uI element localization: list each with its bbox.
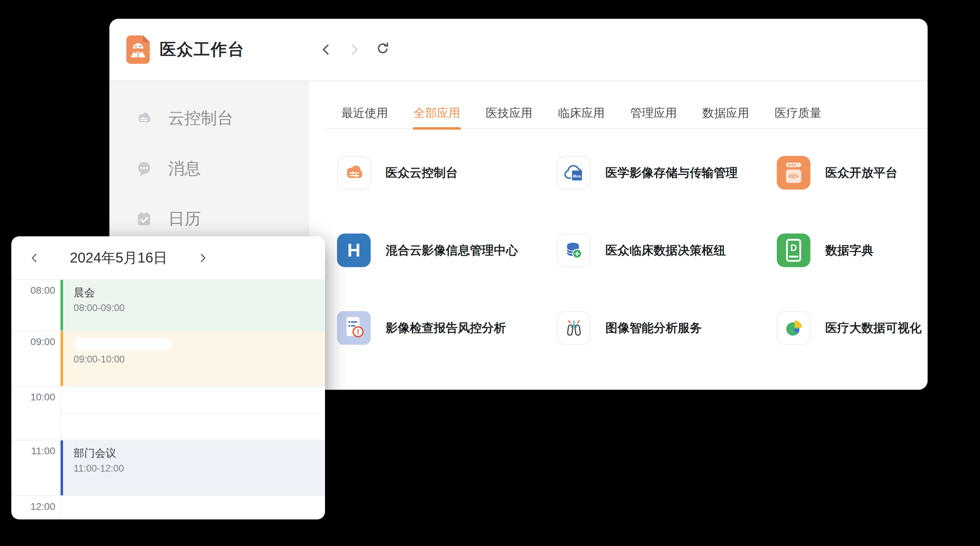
- svg-text:Mos: Mos: [573, 174, 581, 178]
- cloud-settings-icon: [135, 110, 153, 127]
- sidebar-item-label: 消息: [168, 158, 201, 180]
- calendar-header: 2024年5月16日: [11, 236, 325, 280]
- tab-medical-quality[interactable]: 医疗质量: [775, 105, 821, 128]
- app-grid: 医众云控制台 Mos 医学影像存储与传输管理: [337, 156, 928, 389]
- calendar-event-redacted[interactable]: 09:00-10:00: [60, 331, 325, 386]
- time-label: 11:00: [11, 445, 55, 457]
- app-label: 医众云控制台: [385, 165, 458, 181]
- window-title: 医众工作台: [160, 19, 245, 80]
- app-cloud-console[interactable]: 医众云控制台: [337, 156, 557, 190]
- app-logo-icon: [126, 35, 150, 64]
- orange-cloud-sliders-icon: [337, 156, 371, 190]
- svg-text:H: H: [347, 240, 360, 260]
- tab-all-apps[interactable]: 全部应用: [414, 105, 460, 128]
- report-alert-icon: !: [337, 311, 371, 345]
- refresh-icon: [375, 42, 391, 58]
- calendar-event-department-meeting[interactable]: 部门会议 11:00-12:00: [60, 441, 325, 495]
- tab-recently-used[interactable]: 最近使用: [341, 105, 388, 128]
- app-hybrid-cloud-imaging-center[interactable]: H 混合云影像信息管理中心: [337, 233, 557, 267]
- back-button[interactable]: [318, 41, 334, 58]
- desktop-background: 医众工作台: [0, 0, 980, 546]
- refresh-button[interactable]: [374, 41, 391, 58]
- calendar-row-0900: 09:00 09:00-10:00: [11, 330, 325, 386]
- tab-clinical-apps[interactable]: 临床应用: [558, 105, 605, 128]
- calendar-check-icon: [135, 211, 153, 227]
- pie-chart-icon: [777, 311, 810, 345]
- sidebar-item-label: 日历: [168, 208, 201, 230]
- app-label: 影像检查报告风控分析: [385, 320, 506, 336]
- app-label: 医疗大数据可视化: [825, 320, 921, 336]
- calendar-day-view: 08:00 晨会 08:00-09:00 09:00 09:00-10:00 1…: [11, 280, 325, 519]
- sidebar-item-cloud-console[interactable]: 云控制台: [110, 104, 309, 133]
- event-time: 09:00-10:00: [74, 354, 325, 365]
- chevron-left-icon: [29, 252, 41, 264]
- calendar-row-1100: 11:00 部门会议 11:00-12:00: [11, 440, 325, 495]
- app-data-dictionary[interactable]: D 数据字典: [777, 233, 928, 267]
- calendar-next-button[interactable]: [195, 250, 210, 266]
- lungs-analysis-icon: [557, 311, 590, 345]
- code-window-icon: </>: [777, 156, 810, 190]
- app-imaging-storage-transfer[interactable]: Mos 医学影像存储与传输管理: [557, 156, 777, 190]
- window-header: 医众工作台: [110, 19, 928, 81]
- chevron-left-icon: [318, 42, 334, 58]
- message-bubble-icon: [135, 160, 153, 177]
- blue-cloud-storage-icon: Mos: [557, 156, 590, 190]
- forward-button[interactable]: [346, 41, 363, 58]
- sidebar-item-label: 云控制台: [168, 107, 233, 129]
- sidebar-item-calendar[interactable]: 日历: [110, 204, 309, 233]
- app-clinical-data-hub[interactable]: 医众临床数据决策枢纽: [557, 233, 777, 267]
- app-report-risk-analysis[interactable]: ! 影像检查报告风控分析: [337, 311, 557, 345]
- svg-text:!: !: [357, 327, 360, 336]
- app-label: 图像智能分析服务: [605, 320, 702, 336]
- event-title-redacted-pill: [74, 338, 171, 350]
- event-title: 部门会议: [74, 447, 325, 460]
- svg-text:</>: </>: [789, 172, 799, 180]
- svg-text:D: D: [790, 243, 797, 252]
- app-label: 数据字典: [825, 243, 873, 259]
- main-content: 最近使用 全部应用 医技应用 临床应用 管理应用 数据应用 医疗质量: [309, 81, 928, 390]
- app-image-analysis-service[interactable]: 图像智能分析服务: [557, 311, 777, 345]
- app-label: 医学影像存储与传输管理: [605, 165, 738, 181]
- event-title: 晨会: [74, 286, 325, 299]
- time-label: 08:00: [11, 285, 55, 296]
- app-open-platform[interactable]: </> 医众开放平台: [777, 156, 928, 190]
- chevron-right-icon: [346, 42, 363, 58]
- event-time: 08:00-09:00: [74, 303, 325, 314]
- tab-data-apps[interactable]: 数据应用: [702, 105, 749, 128]
- chevron-right-icon: [197, 252, 208, 264]
- dictionary-book-icon: D: [777, 233, 810, 267]
- event-time: 11:00-12:00: [74, 463, 325, 474]
- calendar-prev-button[interactable]: [27, 250, 43, 266]
- calendar-event-morning-meeting[interactable]: 晨会 08:00-09:00: [60, 280, 325, 330]
- database-plus-icon: [557, 233, 590, 267]
- time-label: 12:00: [11, 501, 55, 512]
- time-label: 10:00: [11, 391, 55, 403]
- calendar-row-1000: 10:00: [11, 386, 325, 440]
- app-bigdata-visualization[interactable]: 医疗大数据可视化: [777, 311, 928, 345]
- calendar-panel: 2024年5月16日 08:00 晨会 08:00-09:00 09:00 0: [11, 236, 325, 519]
- hybrid-cloud-icon: H: [337, 233, 371, 267]
- half-hour-gridline: [61, 413, 325, 414]
- app-label: 医众临床数据决策枢纽: [605, 243, 726, 259]
- calendar-row-1200: 12:00: [11, 495, 325, 519]
- calendar-row-0800: 08:00 晨会 08:00-09:00: [11, 280, 325, 330]
- tabs-bar: 最近使用 全部应用 医技应用 临床应用 管理应用 数据应用 医疗质量: [325, 105, 928, 129]
- calendar-date: 2024年5月16日: [43, 248, 195, 268]
- app-label: 医众开放平台: [825, 165, 897, 181]
- tab-management-apps[interactable]: 管理应用: [630, 105, 677, 128]
- tab-medtech-apps[interactable]: 医技应用: [486, 105, 533, 128]
- app-label: 混合云影像信息管理中心: [385, 243, 518, 259]
- time-label: 09:00: [11, 336, 55, 348]
- sidebar-item-messages[interactable]: 消息: [110, 154, 309, 183]
- nav-controls: [318, 19, 391, 80]
